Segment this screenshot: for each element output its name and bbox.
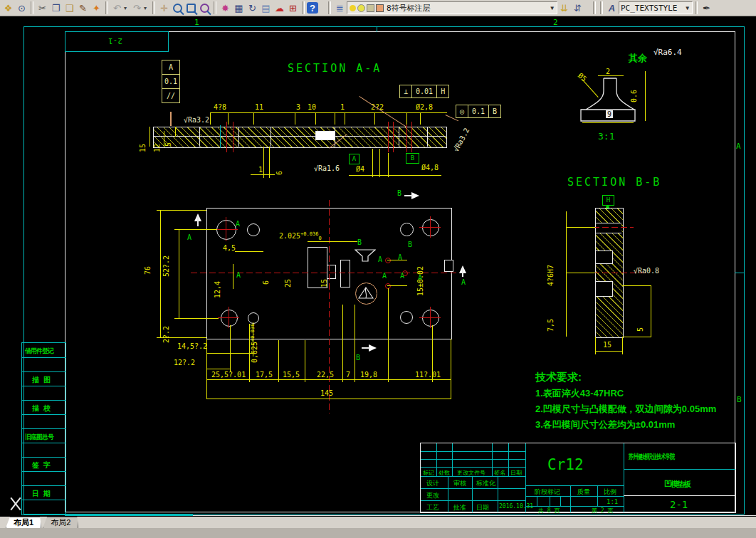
tb-material: Cr12 (547, 456, 584, 473)
help-icon[interactable]: ? (307, 2, 318, 14)
line (220, 125, 221, 148)
dim-label: Ø4,8 (421, 164, 439, 172)
zoom-previous-icon[interactable] (198, 1, 211, 15)
dim-label: 12 (153, 144, 161, 152)
separator (328, 1, 331, 14)
line (22, 485, 65, 486)
text-style-icon[interactable]: A (605, 1, 619, 15)
tb-scale: 1:1 (607, 498, 618, 505)
dim-line (235, 251, 263, 252)
leader-line (170, 112, 172, 126)
title-block: 标记 处数 更改文件号 签名 日期 设计 审核 标准化 更改 工艺 批准 日期 … (420, 443, 736, 513)
paste-icon[interactable]: ❑ (63, 1, 76, 15)
layer-color-swatch[interactable] (376, 4, 384, 12)
cut-icon[interactable]: ✂ (36, 1, 49, 15)
dim-label: 15 (603, 341, 611, 349)
dim-label: Ø4 (356, 165, 364, 173)
dim-style-icon[interactable]: ✒ (700, 1, 713, 15)
zone-number-2: 2 (553, 18, 558, 27)
dim-line (251, 174, 275, 175)
fcf-symbol: ◎ (456, 105, 468, 117)
dim-line (651, 285, 651, 337)
zoom-realtime-icon[interactable] (171, 1, 184, 15)
properties-icon[interactable]: ✸ (219, 1, 232, 15)
layer-on-icon[interactable] (350, 5, 356, 11)
line (436, 443, 437, 476)
dim-label: 22,5 (317, 371, 334, 379)
dim-line (598, 75, 624, 76)
zone-letter-a: A (736, 142, 741, 151)
tb-approve: 批准 (453, 503, 466, 512)
datum-letter: B (411, 154, 414, 162)
layer-lock-icon[interactable] (367, 4, 374, 12)
textstyle-combo[interactable]: PC_TEXTSTYLE ▼ (619, 1, 693, 14)
fcf-symbol: // (162, 88, 179, 102)
section-letter: A (236, 220, 240, 228)
revision-cloud-icon[interactable]: ☁ (273, 1, 286, 15)
tb-quality: 质量 (577, 487, 590, 497)
line (23, 26, 744, 27)
line (570, 485, 571, 512)
line (492, 443, 493, 476)
qiyu-label: 其余 (629, 52, 647, 65)
layer-table-icon[interactable]: ▦ (232, 1, 246, 15)
zone-letter-b: B (737, 395, 742, 404)
section-letter: B (397, 189, 401, 197)
dim-label: 6 (275, 171, 283, 175)
dim-label: 10 (308, 103, 316, 111)
tb-label: 标记 (423, 469, 434, 477)
design-center-icon[interactable]: ❖ (1, 1, 15, 15)
left-margin-strip: 借用件登记 描图 描校 旧底图总号 签字 日期 (21, 342, 66, 515)
drawing-canvas[interactable]: 1 2 A B 2-1 SECTION A-A 4?8 11 3 10 1 2?… (0, 16, 756, 517)
centerline (226, 217, 226, 241)
tab-layout1[interactable]: 布局1 (6, 517, 41, 528)
dim-line (160, 210, 161, 338)
dim-line (179, 229, 179, 318)
dim-label: 12?.2 (174, 359, 195, 366)
line (388, 122, 389, 152)
line (421, 500, 525, 501)
chevron-down-icon[interactable]: ▼ (549, 5, 555, 11)
undo-icon[interactable]: ↶ (110, 1, 124, 15)
quick-select-icon[interactable]: ✦ (90, 1, 103, 15)
calculator-icon[interactable]: ⊞ (286, 1, 300, 15)
line (472, 476, 473, 512)
sheet-set-icon[interactable]: ▤ (259, 1, 273, 15)
layer-thaw-icon[interactable] (357, 4, 365, 12)
copy-icon[interactable]: ❐ (49, 1, 63, 15)
tb-scale-label: 比例 (604, 487, 616, 497)
tab-layout2[interactable]: 布局2 (43, 517, 78, 528)
ext-line (406, 112, 407, 125)
zoom-window-icon[interactable] (184, 1, 198, 15)
chevron-down-icon[interactable]: ▼ (684, 5, 691, 11)
block-editor-icon[interactable]: ↻ (246, 1, 259, 15)
pan-icon[interactable]: ✛ (157, 1, 171, 15)
separator (214, 1, 216, 14)
match-properties-icon[interactable]: ✎ (76, 1, 90, 15)
section-letter: B (408, 241, 412, 248)
line (362, 347, 370, 349)
tb-school: 苏州健雄职业技术学院 (629, 452, 675, 462)
line (22, 500, 65, 500)
line (233, 122, 233, 152)
redo-dropdown-icon[interactable]: ▾ (144, 5, 150, 11)
dim-line (206, 399, 451, 399)
redo-icon[interactable]: ↷ (130, 1, 144, 15)
surface-finish: √Ra1.6 (314, 164, 340, 172)
layer-previous-icon[interactable]: ⇊ (557, 1, 571, 15)
line (22, 428, 65, 429)
dim-label: 11?.01 (415, 371, 441, 379)
publish-web-icon[interactable]: ⊙ (15, 1, 28, 15)
layer-states-icon[interactable]: ⇵ (571, 1, 584, 15)
layers-icon[interactable]: ≣ (333, 1, 347, 15)
ext-line (253, 112, 254, 125)
undo-dropdown-icon[interactable]: ▾ (124, 5, 130, 11)
dim-label: 15 (139, 144, 147, 152)
dim-label: 25 (284, 279, 292, 288)
line (22, 386, 65, 386)
line (226, 122, 227, 152)
dim-label: 145 (320, 389, 333, 397)
layer-combo[interactable]: 8符号标注层 ▼ (347, 1, 557, 14)
ext-line (253, 322, 253, 357)
dim-line (206, 379, 451, 380)
